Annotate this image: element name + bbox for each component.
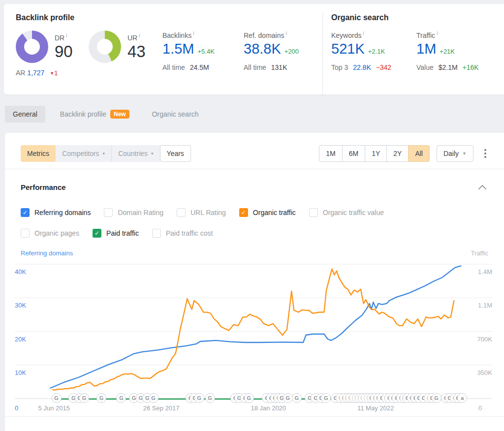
granularity-dropdown[interactable]: Daily ▼ — [437, 145, 473, 162]
tab-label: General — [13, 110, 37, 118]
info-icon[interactable]: i — [437, 31, 438, 36]
down-triangle-icon: ▼ — [50, 71, 54, 76]
ref-domains-delta: +200 — [284, 48, 299, 55]
page-tabs: GeneralBacklink profileNewOrganic search — [5, 94, 504, 133]
google-update-badge[interactable]: G — [432, 393, 441, 403]
checkbox-label: Organic pages — [34, 229, 79, 237]
tab-backlink-profile[interactable]: Backlink profileNew — [52, 105, 137, 123]
google-update-badge[interactable]: G — [96, 393, 106, 403]
backlinks-label: Backlinks — [162, 31, 191, 39]
google-update-badge[interactable]: G — [244, 393, 254, 403]
checkbox-label: Organic traffic value — [323, 209, 384, 216]
traffic-value[interactable]: 1M — [416, 41, 436, 57]
ref-domains-metric: Ref. domainsi 38.8K +200 All time 131K — [244, 31, 315, 77]
checkbox-box: ✓ — [21, 208, 30, 217]
range-button-2y[interactable]: 2Y — [386, 145, 409, 162]
google-update-badge[interactable]: G — [283, 393, 293, 403]
general-panel: MetricsCompetitors▾Countries▾Years 1M6M1… — [5, 133, 504, 431]
backlink-profile-section: Backlink profile DRi 90 AR 1,727 ▼1 — [16, 13, 315, 94]
more-options-button[interactable] — [482, 147, 488, 160]
range-button-6m[interactable]: 6M — [342, 145, 365, 162]
domain-rating-metric: DRi 90 AR 1,727 ▼1 — [16, 31, 89, 77]
checkbox-label: Domain Rating — [118, 209, 163, 216]
checkbox-paid-traffic-cost[interactable]: Paid traffic cost — [152, 229, 213, 238]
google-update-badge[interactable]: G — [205, 393, 215, 403]
checkbox-organic-traffic[interactable]: ✓Organic traffic — [239, 208, 296, 217]
toolbar-tab-label: Countries — [118, 150, 148, 157]
checkbox-url-rating[interactable]: URL Rating — [177, 208, 226, 217]
x-axis-label: 26 Sep 2017 — [143, 404, 180, 412]
toolbar-tab-label: Competitors — [62, 150, 99, 157]
x-axis-label: 11 May 2022 — [357, 404, 394, 412]
checkbox-organic-traffic-value[interactable]: Organic traffic value — [309, 208, 384, 217]
performance-chart[interactable]: 40K30K20K10K1.4M1.1M700K350K05 Jun 20152… — [5, 263, 504, 416]
tab-organic-search[interactable]: Organic search — [144, 106, 207, 123]
keywords-label: Keywords — [331, 31, 361, 39]
chart-toolbar: MetricsCompetitors▾Countries▾Years 1M6M1… — [5, 133, 504, 169]
left-axis-series-link[interactable]: Referring domains — [21, 249, 73, 257]
keywords-value[interactable]: 521K — [331, 41, 365, 57]
backlinks-value[interactable]: 1.5M — [162, 41, 194, 57]
y-axis-label-right: 1.4M — [471, 268, 492, 276]
collapse-section-button[interactable] — [476, 181, 488, 193]
toolbar-tab-countries[interactable]: Countries▾ — [111, 145, 159, 162]
new-badge: New — [110, 110, 129, 119]
info-icon[interactable]: i — [193, 31, 194, 36]
ur-value: 43 — [127, 43, 146, 61]
toolbar-tab-metrics[interactable]: Metrics — [21, 145, 56, 162]
ref-domains-value[interactable]: 38.8K — [244, 41, 281, 57]
info-icon[interactable]: i — [285, 31, 286, 36]
metric-checkbox-row-1: ✓Referring domainsDomain RatingURL Ratin… — [5, 208, 504, 217]
keywords-metric: Keywordsi 521K +2.1K Top 3 22.8K −342 — [331, 31, 416, 71]
google-update-badge[interactable]: G — [79, 393, 89, 403]
google-update-badge[interactable]: G — [52, 393, 62, 403]
range-button-all[interactable]: All — [408, 145, 430, 162]
y-axis-label-left: 40K — [15, 268, 26, 276]
checkbox-referring-domains[interactable]: ✓Referring domains — [21, 208, 91, 217]
checkbox-label: Paid traffic cost — [166, 229, 213, 237]
google-update-badge[interactable]: G — [149, 393, 158, 403]
checkbox-box: ✓ — [93, 229, 101, 238]
range-button-1y[interactable]: 1Y — [365, 145, 387, 162]
ar-delta: ▼1 — [50, 69, 58, 77]
backlinks-delta: +5.4K — [197, 48, 214, 55]
performance-title: Performance — [21, 183, 66, 191]
info-icon[interactable]: i — [363, 31, 364, 36]
y-axis-zero-left: 0 — [15, 404, 18, 412]
overview-card: Backlink profile DRi 90 AR 1,727 ▼1 — [4, 4, 504, 94]
traffic-delta: +21K — [440, 48, 455, 55]
checkbox-organic-pages[interactable]: Organic pages — [21, 229, 79, 238]
google-update-badge[interactable]: G — [292, 393, 302, 403]
toolbar-tab-competitors[interactable]: Competitors▾ — [56, 145, 111, 162]
ar-value[interactable]: 1,727 — [27, 69, 44, 77]
toolbar-tab-years[interactable]: Years — [160, 145, 191, 162]
chevron-down-icon: ▼ — [462, 151, 467, 156]
tab-label: Organic search — [152, 110, 199, 118]
ref-domains-label: Ref. domains — [244, 31, 284, 39]
info-icon[interactable]: i — [139, 33, 140, 38]
tab-general[interactable]: General — [5, 106, 45, 123]
organic-search-title: Organic search — [331, 13, 498, 22]
range-button-1m[interactable]: 1M — [319, 145, 342, 162]
checkbox-label: URL Rating — [190, 209, 226, 216]
chevron-down-icon: ▾ — [151, 151, 154, 156]
checkbox-box: ✓ — [239, 208, 248, 217]
traffic-value-line: Value $2.1M +16K — [416, 63, 498, 71]
y-axis-label-right: 700K — [471, 336, 492, 343]
toolbar-tab-label: Years — [167, 150, 184, 157]
domain-rating-donut — [16, 31, 48, 63]
y-axis-label-left: 10K — [15, 369, 26, 376]
backlink-profile-title: Backlink profile — [16, 13, 315, 22]
info-icon[interactable]: i — [66, 33, 67, 38]
traffic-label: Traffic — [416, 31, 435, 39]
chevron-down-icon: ▾ — [103, 151, 105, 156]
checkbox-domain-rating[interactable]: Domain Rating — [104, 208, 163, 217]
right-axis-series-label: Traffic — [471, 249, 488, 257]
organic-traffic-line — [53, 269, 454, 390]
checkbox-label: Organic traffic — [253, 209, 296, 216]
y-axis-label-left: 20K — [15, 336, 26, 343]
checkbox-paid-traffic[interactable]: ✓Paid traffic — [93, 229, 139, 238]
url-rating-metric: URi 43 — [89, 31, 162, 77]
google-update-badge[interactable]: G — [194, 393, 204, 403]
checkbox-box — [177, 208, 186, 217]
